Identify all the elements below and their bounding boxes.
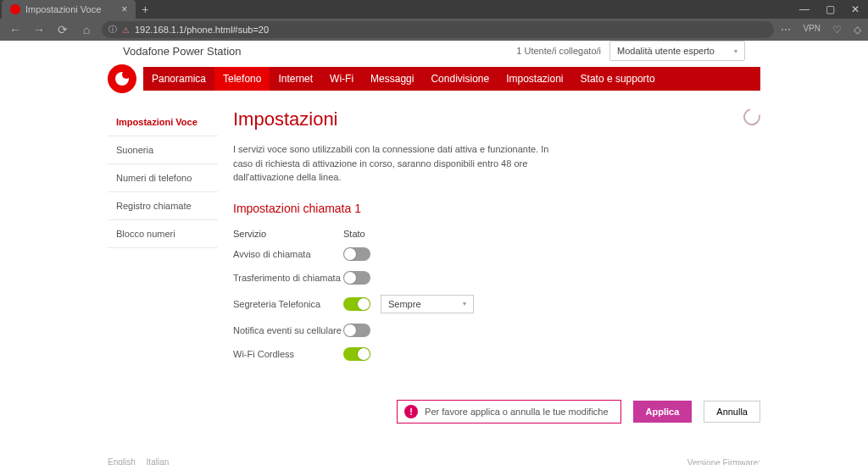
cancel-button[interactable]: Annulla xyxy=(704,401,760,423)
row-label-wifi-cordless: Wi-Fi Cordless xyxy=(233,349,343,359)
brand-title: Vodafone Power Station xyxy=(123,45,242,58)
sidebar-item-suoneria[interactable]: Suoneria xyxy=(108,136,218,164)
toggle-avviso[interactable] xyxy=(343,247,370,261)
alert-text: Per favore applica o annulla le tue modi… xyxy=(425,407,608,417)
tab-close-icon[interactable]: × xyxy=(121,3,127,15)
row-label-avviso: Avviso di chiamata xyxy=(233,249,343,259)
back-button[interactable]: ← xyxy=(7,21,24,38)
vodafone-logo xyxy=(108,64,136,93)
nav-stato[interactable]: Stato e supporto xyxy=(572,67,664,91)
lang-english[interactable]: English xyxy=(108,457,136,466)
pending-changes-alert: ! Per favore applica o annulla le tue mo… xyxy=(397,400,620,423)
users-online-label: 1 Utente/i collegato/i xyxy=(516,46,601,56)
nav-panoramica[interactable]: Panoramica xyxy=(143,67,214,91)
tab-title: Impostazioni Voce xyxy=(25,4,101,14)
sidebar-item-blocco[interactable]: Blocco numeri xyxy=(108,220,218,248)
chevron-down-icon: ▾ xyxy=(463,300,466,307)
main-nav: Panoramica Telefono Internet Wi-Fi Messa… xyxy=(143,67,760,91)
toggle-wifi-cordless[interactable] xyxy=(343,347,370,361)
url-text: 192.168.1.1/phone.html#sub=20 xyxy=(135,25,767,35)
window-close-icon[interactable]: ✕ xyxy=(843,0,868,19)
toggle-segreteria[interactable] xyxy=(343,297,370,311)
nav-telefono[interactable]: Telefono xyxy=(214,67,270,91)
row-label-trasferimento: Trasferimento di chiamata xyxy=(233,273,343,283)
dropdown-segreteria-value: Sempre xyxy=(388,299,421,309)
sidebar-item-numeri[interactable]: Numeri di telefono xyxy=(108,164,218,192)
window-minimize-icon[interactable]: — xyxy=(792,0,817,19)
footer-firmware: Versione Firmware: xyxy=(685,457,760,466)
header-service: Servizio xyxy=(233,229,343,239)
section-title: Impostazioni chiamata 1 xyxy=(233,202,760,215)
dropdown-segreteria[interactable]: Sempre ▾ xyxy=(381,295,474,313)
forward-button[interactable]: → xyxy=(31,21,47,38)
bookmark-icon[interactable]: ♡ xyxy=(832,24,842,36)
new-tab-button[interactable]: + xyxy=(136,0,154,19)
mode-select-value: Modalità utente esperto xyxy=(617,46,715,56)
home-button[interactable]: ⌂ xyxy=(78,21,95,38)
alert-icon: ! xyxy=(404,405,418,418)
row-label-notifica: Notifica eventi su cellulare xyxy=(233,325,343,335)
profile-icon[interactable]: ◇ xyxy=(854,24,861,36)
row-label-segreteria: Segreteria Telefonica xyxy=(233,299,343,309)
chevron-down-icon: ▾ xyxy=(734,47,737,55)
nav-internet[interactable]: Internet xyxy=(270,67,321,91)
page-title: Impostazioni xyxy=(233,108,760,130)
nav-condivisione[interactable]: Condivisione xyxy=(422,67,498,91)
window-maximize-icon[interactable]: ▢ xyxy=(817,0,843,19)
toggle-trasferimento[interactable] xyxy=(343,271,370,285)
lang-italian[interactable]: Italian xyxy=(147,457,170,466)
insecure-icon: ⚠ xyxy=(122,25,130,35)
sidebar-item-registro[interactable]: Registro chiamate xyxy=(108,192,218,220)
sidebar: Impostazioni Voce Suoneria Numeri di tel… xyxy=(108,108,218,366)
info-icon: ⓘ xyxy=(108,24,117,36)
toggle-notifica[interactable] xyxy=(343,324,370,337)
nav-wifi[interactable]: Wi-Fi xyxy=(321,67,362,91)
nav-messaggi[interactable]: Messaggi xyxy=(362,67,422,91)
page-description: I servizi voce sono utilizzabili con la … xyxy=(233,142,555,185)
tab-favicon xyxy=(10,4,20,14)
mode-select[interactable]: Modalità utente esperto ▾ xyxy=(609,41,745,61)
browser-tab[interactable]: Impostazioni Voce × xyxy=(2,0,136,19)
reload-button[interactable]: ⟳ xyxy=(54,21,71,38)
sidebar-item-impostazioni-voce[interactable]: Impostazioni Voce xyxy=(108,108,218,136)
nav-impostazioni[interactable]: Impostazioni xyxy=(498,67,571,91)
address-bar[interactable]: ⓘ ⚠ 192.168.1.1/phone.html#sub=20 xyxy=(102,21,774,38)
more-icon[interactable]: ⋯ xyxy=(781,24,791,36)
vpn-icon[interactable]: VPN xyxy=(803,24,821,36)
apply-button[interactable]: Applica xyxy=(633,401,693,423)
header-state: Stato xyxy=(343,229,394,239)
